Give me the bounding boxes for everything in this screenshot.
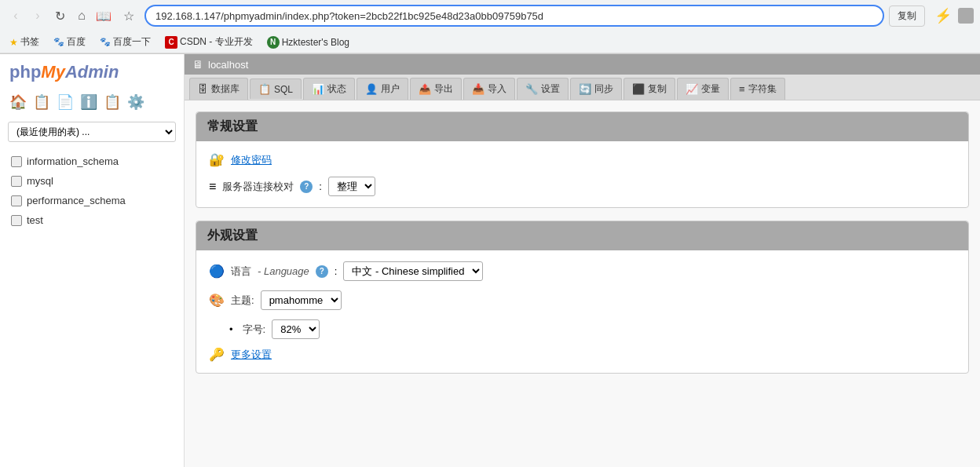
language-help[interactable]: ? [316,265,328,278]
bookmarks-bar: ★ 书签 🐾 百度 🐾 百度一下 C CSDN - 专业开发 N Hzktest… [0,31,980,53]
thunder-icon: ⚡ [934,7,952,24]
db-icon [11,156,22,167]
db-icon [11,195,22,206]
tab-settings[interactable]: 🔧 设置 [517,78,569,100]
bookmark-blog[interactable]: N Hzktester's Blog [264,35,353,50]
tab-status[interactable]: 📊 状态 [303,78,355,100]
address-bar-container: 复制 [144,5,925,27]
tab-export[interactable]: 📤 导出 [410,78,462,100]
browser-chrome: ‹ › ↻ ⌂ 📖 ☆ 复制 ⚡ ★ 书签 🐾 百度 🐾 百度一下 C CSDN… [0,0,980,54]
sync-tab-icon: 🔄 [579,83,591,95]
tab-sync[interactable]: 🔄 同步 [570,78,622,100]
more-settings-row: 🔑 更多设置 [209,347,956,362]
tab-users[interactable]: 👤 用户 [357,78,408,100]
forward-button[interactable]: › [28,6,47,25]
back-button[interactable]: ‹ [6,6,25,25]
server-connection-label: 服务器连接校对 [222,180,294,194]
logo-admin: Admin [65,62,119,82]
server-bar: 🖥 localhost [185,54,980,75]
sql-tab-icon: 📋 [258,83,271,95]
nav-buttons: ‹ › ↻ ⌂ 📖 [6,6,113,25]
bookmark-star[interactable]: ★ 书签 [6,34,42,50]
font-size-bullet: • [229,323,233,335]
appearance-settings-body: 🔵 语言 - Language ? : 中文 - Chinese simplif… [196,250,968,373]
status-tab-icon: 📊 [312,83,324,95]
db-item-mysql[interactable]: mysql [0,171,184,191]
theme-select[interactable]: pmahomme [261,290,342,310]
logo-php: php [9,62,41,82]
nav-tabs: 🗄 数据库 📋 SQL 📊 状态 👤 用户 📤 导出 📥 导入 [185,75,980,100]
sidebar-db-list: information_schema mysql performance_sch… [0,147,184,235]
font-size-label: 字号: [243,323,266,337]
language-label-cn: 语言 [231,265,251,279]
change-password-row: 🔐 修改密码 [209,152,956,167]
tab-charset[interactable]: ≡ 字符集 [730,78,785,100]
import-tab-icon: 📥 [472,83,485,95]
sidebar-icons: 🏠 📋 📄 ℹ️ 📋 ⚙️ [0,90,184,117]
star-button[interactable]: ☆ [119,6,138,25]
users-tab-icon: 👤 [365,83,378,95]
content-area: 常规设置 🔐 修改密码 ≡ 服务器连接校对 ? : [185,100,980,397]
main-content: 🖥 localhost 🗄 数据库 📋 SQL 📊 状态 👤 用户 📤 [185,54,980,467]
sidebar-dropdown: (最近使用的表) ... [8,122,176,142]
server-connection-row: ≡ 服务器连接校对 ? : 整理 [209,177,956,196]
page-layout: phpMyAdmin 🏠 📋 📄 ℹ️ 📋 ⚙️ (最近使用的表) ... in… [0,54,980,467]
reload-button[interactable]: ↻ [50,6,69,25]
appearance-settings-header: 外观设置 [196,221,968,250]
font-size-select[interactable]: 82% [272,319,320,339]
copy-button[interactable]: 复制 [889,5,925,27]
db-icon [11,215,22,226]
tab-variables[interactable]: 📈 变量 [677,78,729,100]
theme-label: 主题: [231,294,254,308]
bookmark-csdn[interactable]: C CSDN - 专业开发 [162,34,256,50]
password-icon: 🔐 [209,152,225,167]
tab-sql[interactable]: 📋 SQL [250,78,302,99]
general-settings-title: 常规设置 [207,119,258,133]
general-settings-header: 常规设置 [196,112,968,141]
font-size-row: • 字号: 82% [229,319,956,339]
appearance-settings-title: 外观设置 [207,228,258,242]
table-sidebar-icon[interactable]: 📋 [33,93,50,111]
settings-tab-icon: 🔧 [525,83,538,95]
connection-icon: ≡ [209,180,216,194]
sidebar: phpMyAdmin 🏠 📋 📄 ℹ️ 📋 ⚙️ (最近使用的表) ... in… [0,54,185,467]
recent-tables-select[interactable]: (最近使用的表) ... [8,122,176,142]
home-button[interactable]: ⌂ [72,6,91,25]
language-icon: 🔵 [209,264,225,279]
bookmark-baidu[interactable]: 🐾 百度 [50,34,89,50]
db-item-performance-schema[interactable]: performance_schema [0,191,184,210]
bookmarks-button[interactable]: 📖 [94,6,113,25]
db-icon [11,176,22,187]
info-sidebar-icon[interactable]: ℹ️ [80,93,97,111]
variables-tab-icon: 📈 [686,83,698,95]
settings-sidebar-icon[interactable]: ⚙️ [127,93,144,111]
db-item-test[interactable]: test [0,210,184,230]
new-sidebar-icon[interactable]: 📄 [57,93,74,111]
server-connection-select[interactable]: 整理 [328,177,375,196]
address-bar[interactable] [144,5,884,27]
extension-icon [958,8,974,24]
copy-sidebar-icon[interactable]: 📋 [104,93,121,111]
server-bar-label: localhost [208,59,248,71]
sidebar-logo: phpMyAdmin [0,54,184,90]
databases-tab-icon: 🗄 [198,83,208,95]
change-password-link[interactable]: 修改密码 [231,153,272,167]
export-tab-icon: 📤 [419,83,431,95]
language-select[interactable]: 中文 - Chinese simplified [343,261,483,281]
server-monitor-icon: 🖥 [192,58,203,71]
bookmark-baidu-search[interactable]: 🐾 百度一下 [97,34,154,50]
tab-copy[interactable]: ⬛ 复制 [623,78,675,100]
server-connection-help[interactable]: ? [300,181,313,193]
tab-import[interactable]: 📥 导入 [463,78,515,100]
appearance-settings-box: 外观设置 🔵 语言 - Language ? : 中文 - Chinese si… [196,221,969,374]
more-settings-icon: 🔑 [209,347,225,362]
home-sidebar-icon[interactable]: 🏠 [9,93,27,111]
general-settings-body: 🔐 修改密码 ≡ 服务器连接校对 ? : 整理 [196,141,968,207]
more-settings-link[interactable]: 更多设置 [231,348,272,362]
language-label-en: - Language [258,265,309,277]
general-settings-box: 常规设置 🔐 修改密码 ≡ 服务器连接校对 ? : [196,111,969,208]
charset-tab-icon: ≡ [739,83,745,95]
theme-row: 🎨 主题: pmahomme [209,290,956,310]
tab-databases[interactable]: 🗄 数据库 [189,78,248,100]
db-item-information-schema[interactable]: information_schema [0,151,184,171]
